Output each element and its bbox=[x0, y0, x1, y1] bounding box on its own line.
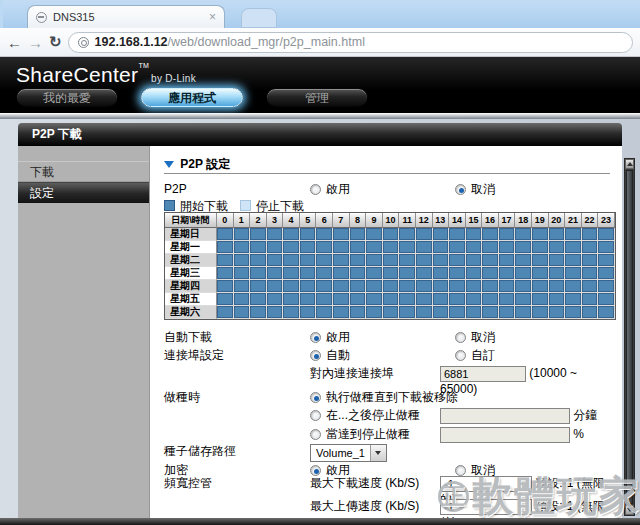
schedule-cell[interactable] bbox=[283, 228, 300, 241]
schedule-cell[interactable] bbox=[399, 228, 416, 241]
schedule-cell[interactable] bbox=[482, 254, 499, 267]
schedule-cell[interactable] bbox=[449, 241, 466, 254]
schedule-cell[interactable] bbox=[234, 306, 251, 319]
schedule-cell[interactable] bbox=[598, 228, 615, 241]
schedule-cell[interactable] bbox=[582, 267, 599, 280]
schedule-hour-header[interactable]: 10 bbox=[383, 213, 400, 228]
schedule-cell[interactable] bbox=[316, 293, 333, 306]
schedule-cell[interactable] bbox=[399, 254, 416, 267]
schedule-cell[interactable] bbox=[267, 228, 284, 241]
stop-after-minutes-radio[interactable] bbox=[310, 410, 321, 421]
schedule-cell[interactable] bbox=[598, 241, 615, 254]
p2p-enable-option[interactable]: 啟用 bbox=[310, 182, 350, 197]
schedule-cell[interactable] bbox=[582, 254, 599, 267]
schedule-cell[interactable] bbox=[416, 254, 433, 267]
schedule-cell[interactable] bbox=[366, 228, 383, 241]
schedule-cell[interactable] bbox=[449, 228, 466, 241]
schedule-cell[interactable] bbox=[350, 267, 367, 280]
schedule-cell[interactable] bbox=[466, 267, 483, 280]
schedule-cell[interactable] bbox=[350, 254, 367, 267]
seed-until-removed-option[interactable]: 執行做種直到下載被移除 bbox=[310, 390, 458, 405]
schedule-cell[interactable] bbox=[416, 306, 433, 319]
schedule-cell[interactable] bbox=[416, 228, 433, 241]
schedule-cell[interactable] bbox=[549, 280, 566, 293]
encryption-cancel-radio[interactable] bbox=[455, 465, 466, 476]
schedule-cell[interactable] bbox=[598, 306, 615, 319]
schedule-cell[interactable] bbox=[350, 280, 367, 293]
schedule-cell[interactable] bbox=[549, 254, 566, 267]
schedule-cell[interactable] bbox=[333, 280, 350, 293]
schedule-cell[interactable] bbox=[300, 241, 317, 254]
schedule-hour-header[interactable]: 3 bbox=[267, 213, 284, 228]
schedule-cell[interactable] bbox=[565, 241, 582, 254]
schedule-cell[interactable] bbox=[300, 293, 317, 306]
schedule-cell[interactable] bbox=[283, 267, 300, 280]
schedule-cell[interactable] bbox=[283, 241, 300, 254]
auto-download-cancel-option[interactable]: 取消 bbox=[455, 330, 495, 345]
schedule-cell[interactable] bbox=[250, 254, 267, 267]
schedule-hour-header[interactable]: 5 bbox=[300, 213, 317, 228]
stop-at-ratio-option[interactable]: 當達到停止做種 bbox=[310, 427, 410, 442]
schedule-cell[interactable] bbox=[234, 241, 251, 254]
schedule-cell[interactable] bbox=[449, 280, 466, 293]
schedule-cell[interactable] bbox=[383, 306, 400, 319]
schedule-cell[interactable] bbox=[316, 241, 333, 254]
schedule-cell[interactable] bbox=[532, 280, 549, 293]
scroll-up-button[interactable] bbox=[625, 159, 634, 169]
schedule-cell[interactable] bbox=[515, 241, 532, 254]
vertical-scrollbar[interactable] bbox=[624, 158, 635, 516]
schedule-cell[interactable] bbox=[350, 228, 367, 241]
encryption-enable-radio[interactable] bbox=[310, 465, 321, 476]
schedule-cell[interactable] bbox=[482, 228, 499, 241]
schedule-cell[interactable] bbox=[532, 241, 549, 254]
p2p-enable-radio[interactable] bbox=[310, 184, 321, 195]
schedule-hour-header[interactable]: 9 bbox=[366, 213, 383, 228]
schedule-cell[interactable] bbox=[366, 306, 383, 319]
schedule-cell[interactable] bbox=[515, 228, 532, 241]
schedule-cell[interactable] bbox=[482, 267, 499, 280]
reload-button[interactable]: ↻ bbox=[49, 33, 62, 51]
schedule-hour-header[interactable]: 1 bbox=[234, 213, 251, 228]
schedule-cell[interactable] bbox=[300, 280, 317, 293]
schedule-cell[interactable] bbox=[333, 267, 350, 280]
schedule-cell[interactable] bbox=[532, 267, 549, 280]
schedule-cell[interactable] bbox=[549, 241, 566, 254]
schedule-cell[interactable] bbox=[283, 306, 300, 319]
schedule-cell[interactable] bbox=[449, 267, 466, 280]
schedule-cell[interactable] bbox=[333, 241, 350, 254]
schedule-cell[interactable] bbox=[267, 267, 284, 280]
schedule-cell[interactable] bbox=[366, 267, 383, 280]
port-custom-radio[interactable] bbox=[455, 350, 466, 361]
schedule-cell[interactable] bbox=[433, 280, 450, 293]
schedule-cell[interactable] bbox=[466, 241, 483, 254]
schedule-cell[interactable] bbox=[499, 306, 516, 319]
schedule-hour-header[interactable]: 17 bbox=[499, 213, 516, 228]
schedule-cell[interactable] bbox=[499, 267, 516, 280]
schedule-cell[interactable] bbox=[433, 267, 450, 280]
schedule-cell[interactable] bbox=[549, 293, 566, 306]
schedule-cell[interactable] bbox=[399, 267, 416, 280]
schedule-hour-header[interactable]: 15 bbox=[466, 213, 483, 228]
sidebar-item-settings[interactable]: 設定 bbox=[18, 182, 149, 203]
sidebar-item-downloads[interactable]: 下載 bbox=[18, 161, 149, 182]
schedule-hour-header[interactable]: 19 bbox=[532, 213, 549, 228]
auto-download-enable-radio[interactable] bbox=[310, 332, 321, 343]
schedule-hour-header[interactable]: 0 bbox=[217, 213, 234, 228]
schedule-cell[interactable] bbox=[532, 254, 549, 267]
schedule-cell[interactable] bbox=[316, 280, 333, 293]
schedule-cell[interactable] bbox=[466, 254, 483, 267]
schedule-cell[interactable] bbox=[217, 254, 234, 267]
schedule-hour-header[interactable]: 13 bbox=[433, 213, 450, 228]
schedule-cell[interactable] bbox=[482, 280, 499, 293]
schedule-cell[interactable] bbox=[399, 293, 416, 306]
schedule-hour-header[interactable]: 6 bbox=[316, 213, 333, 228]
schedule-cell[interactable] bbox=[466, 280, 483, 293]
schedule-cell[interactable] bbox=[383, 280, 400, 293]
schedule-cell[interactable] bbox=[250, 280, 267, 293]
schedule-cell[interactable] bbox=[399, 241, 416, 254]
schedule-cell[interactable] bbox=[250, 306, 267, 319]
schedule-cell[interactable] bbox=[433, 306, 450, 319]
schedule-cell[interactable] bbox=[515, 267, 532, 280]
schedule-cell[interactable] bbox=[565, 267, 582, 280]
schedule-cell[interactable] bbox=[234, 228, 251, 241]
